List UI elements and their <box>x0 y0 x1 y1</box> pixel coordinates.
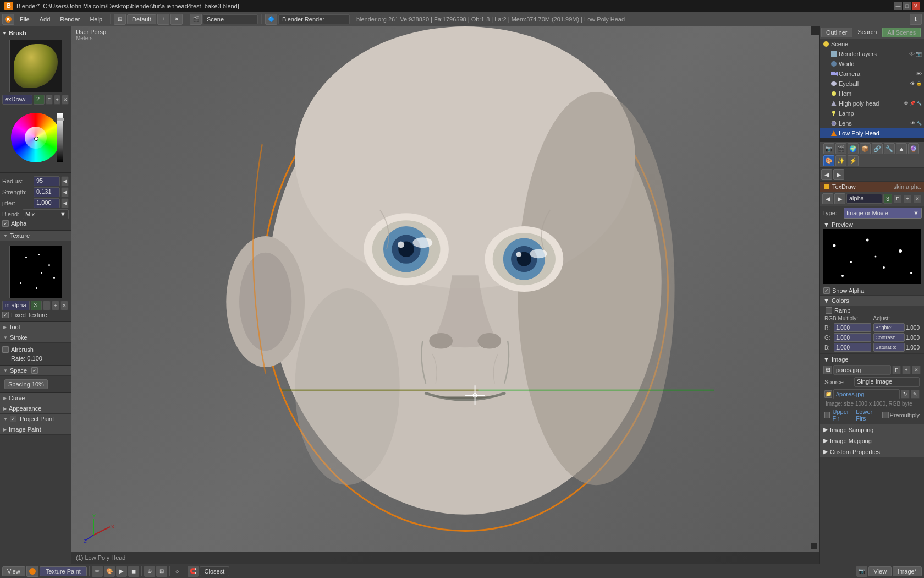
add-layout-btn[interactable]: + <box>157 14 169 25</box>
eyeball-vis[interactable]: 👁 <box>910 81 915 86</box>
scene-icon-btn[interactable]: 🎬 <box>190 14 202 25</box>
camera-vis-icon[interactable]: 👁 <box>916 70 922 77</box>
contrast-field[interactable]: Contrast: <box>873 333 905 342</box>
tree-item-lens[interactable]: Lens 👁 🔧 <box>820 118 924 128</box>
prop-texture-icon[interactable]: 🎨 <box>823 155 834 166</box>
appearance-section-header[interactable]: ▶ Appearance <box>0 403 71 414</box>
stroke-section-header[interactable]: ▼ Stroke <box>0 332 71 343</box>
custom-props-header[interactable]: ▶ Custom Properties <box>820 446 924 457</box>
mode-selector[interactable]: Texture Paint <box>40 566 87 576</box>
alpha-prev-icon[interactable]: ◀ <box>822 193 833 204</box>
prop-modifier-icon[interactable]: 🔧 <box>884 143 895 154</box>
tree-item-highpoly[interactable]: High poly head 👁 📌 🔧 <box>820 99 924 108</box>
colors-header[interactable]: ▼ Colors <box>820 296 924 306</box>
image-paint-header[interactable]: ▶ Image Paint <box>0 424 71 435</box>
brightness-slider[interactable] <box>57 113 63 162</box>
r-field[interactable]: 1.000 <box>834 323 871 332</box>
alpha-checkbox[interactable] <box>2 220 9 227</box>
brush-f-btn[interactable]: F <box>46 95 53 105</box>
texture-section-header[interactable]: ▼ Texture <box>0 231 71 241</box>
path-field[interactable]: //pores.jpg <box>833 389 900 399</box>
prop-world-icon[interactable]: 🌍 <box>848 143 859 154</box>
highpoly-vis[interactable]: 👁 <box>904 101 909 106</box>
maximize-button[interactable]: □ <box>903 2 911 10</box>
space-section-header[interactable]: ▼ Space <box>0 366 71 376</box>
tree-item-world[interactable]: World <box>820 59 924 69</box>
alpha-num-badge[interactable]: 3 <box>883 194 892 204</box>
texture-f-btn[interactable]: F <box>43 301 51 310</box>
prop-constraint-icon[interactable]: 🔗 <box>872 143 883 154</box>
bottom-image-btn[interactable]: Image* <box>893 566 922 576</box>
color-wheel-container[interactable] <box>8 113 63 168</box>
color-wheel[interactable] <box>11 113 61 162</box>
brush-name-field[interactable]: exDraw <box>2 95 32 105</box>
layout-selector[interactable]: Default <box>127 14 156 24</box>
b-field[interactable]: 1.000 <box>834 343 871 352</box>
fields-checkbox[interactable] <box>824 412 830 418</box>
tree-item-camera[interactable]: Camera 👁 <box>820 69 924 79</box>
prop-data-icon[interactable]: ▲ <box>896 143 907 154</box>
bottom-draw-icon[interactable]: ✏ <box>92 566 103 577</box>
lower-fir-label[interactable]: Lower Firs <box>856 408 879 422</box>
viewport-resize-handle-tr[interactable] <box>811 29 817 35</box>
render-engine[interactable]: Blender Render <box>278 14 350 24</box>
close-button[interactable]: ✕ <box>912 2 920 10</box>
path-edit-btn[interactable]: ✎ <box>911 390 920 399</box>
image-x-btn[interactable]: ✕ <box>912 366 921 374</box>
bottom-view-btn2[interactable]: View <box>868 566 892 576</box>
upper-fir-label[interactable]: Upper Fir <box>832 408 854 422</box>
bottom-paint-icon[interactable]: 🎨 <box>104 566 115 577</box>
brightness-handle[interactable] <box>57 118 64 121</box>
image-f-btn[interactable]: F <box>892 366 901 374</box>
path-reload-btn[interactable]: ↻ <box>901 390 910 399</box>
prop-physics-icon[interactable]: ⚡ <box>848 155 859 166</box>
curve-section-header[interactable]: ▶ Curve <box>0 393 71 403</box>
scene-selector[interactable]: Scene <box>203 14 258 24</box>
bottom-snap-dropdown[interactable]: Closest <box>200 566 230 576</box>
radius-field[interactable]: 95 <box>34 176 60 186</box>
workspace-icon[interactable]: ⊞ <box>114 14 126 25</box>
minimize-button[interactable]: — <box>894 2 902 10</box>
airbrush-checkbox[interactable] <box>2 346 9 353</box>
alpha-plus-btn[interactable]: + <box>903 194 912 203</box>
info-icon[interactable]: ℹ <box>910 14 922 25</box>
bottom-pivot-icon[interactable]: ⊕ <box>144 566 155 577</box>
texture-name-field[interactable]: in alpha <box>2 301 30 310</box>
bottom-view-btn[interactable]: View <box>2 566 25 576</box>
viewport-resize-handle-br[interactable] <box>811 543 817 549</box>
source-dropdown[interactable]: Single Image <box>854 377 920 387</box>
tree-item-renderlayers[interactable]: RenderLayers 👁 📷 <box>820 49 924 59</box>
menu-help[interactable]: Help <box>85 15 107 24</box>
tex-next-icon[interactable]: ▶ <box>833 169 844 180</box>
project-paint-header[interactable]: ▼ Project Paint <box>0 414 71 424</box>
texture-num-field[interactable]: 3 <box>31 301 42 310</box>
eyeball-restrict[interactable]: 🔒 <box>916 81 922 86</box>
layer-vis-icon[interactable]: 👁 <box>909 51 915 57</box>
menu-add[interactable]: Add <box>35 15 55 24</box>
tree-item-lamp[interactable]: Lamp <box>820 108 924 118</box>
texture-plus-btn[interactable]: + <box>52 301 59 310</box>
image-section-header[interactable]: ▼ Image <box>822 355 922 364</box>
fixed-texture-checkbox[interactable] <box>2 312 9 318</box>
all-scenes-tab[interactable]: All Scenes <box>882 28 921 37</box>
viewport[interactable]: User Persp Meters <box>72 26 820 564</box>
lens-vis[interactable]: 👁 <box>910 121 915 126</box>
menu-render[interactable]: Render <box>56 15 84 24</box>
bottom-proportional[interactable]: ○ <box>172 567 183 576</box>
prop-particles-icon[interactable]: ✨ <box>835 155 846 166</box>
space-checkbox[interactable] <box>31 367 38 374</box>
prop-scene-icon[interactable]: 🎬 <box>835 143 846 154</box>
strength-btn[interactable]: ◀ <box>61 187 69 197</box>
alpha-x-btn[interactable]: ✕ <box>913 194 922 203</box>
radius-btn[interactable]: ◀ <box>61 176 69 186</box>
bottom-transform-icon[interactable]: ⊞ <box>156 566 167 577</box>
premultiply-checkbox[interactable] <box>882 412 889 418</box>
preview-header[interactable]: ▼ Preview <box>820 220 924 229</box>
tex-prev-icon[interactable]: ◀ <box>821 169 832 180</box>
bottom-camera-icon[interactable]: 📷 <box>856 566 867 577</box>
saturation-field[interactable]: Saturatio: <box>873 343 905 352</box>
tree-item-hemi[interactable]: Hemi <box>820 89 924 99</box>
type-dropdown[interactable]: Image or Movie ▼ <box>844 208 922 219</box>
brush-minus-btn[interactable]: ✕ <box>62 95 69 105</box>
highpoly-pin[interactable]: 📌 <box>910 101 915 106</box>
